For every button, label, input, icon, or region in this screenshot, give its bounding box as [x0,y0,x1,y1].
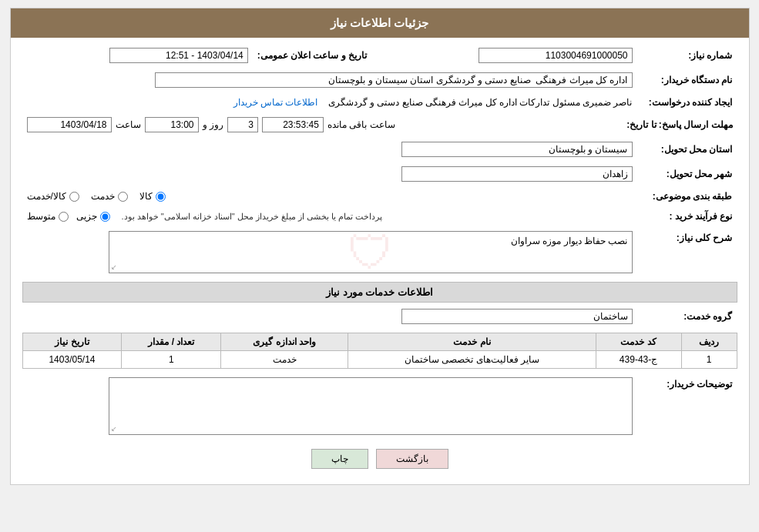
purchase-jozi-label: جزیی [76,211,97,222]
creator-value: ناصر ضمیری مسئول تدارکات اداره کل میراث … [328,97,633,108]
contact-link[interactable]: اطلاعات تماس خریدار [233,97,318,108]
back-button[interactable]: بازگشت [376,449,448,469]
description-label: شرح کلی نیاز: [637,229,737,276]
purchase-type-label: نوع فرآیند خرید : [637,209,737,224]
province-row: استان محل تحویل: [22,139,737,159]
category-label: طبقه بندی موضوعی: [637,189,737,204]
radio-kala[interactable] [156,192,166,202]
deadline-cell: ساعت روز و ساعت باقی مانده [22,115,623,135]
purchase-type-row: نوع فرآیند خرید : متوسط جزیی [22,209,737,224]
province-input[interactable] [401,142,633,157]
services-table: ردیف کد خدمت نام خدمت واحد اندازه گیری ت… [22,333,737,369]
need-number-cell [382,45,636,65]
buyer-desc-cell: ↙ [22,375,637,437]
col-service-code: کد خدمت [596,333,681,351]
days-input[interactable] [227,117,258,132]
buyer-desc-box: ↙ [109,377,633,435]
deadline-time-input[interactable] [145,117,199,132]
creator-cell: ناصر ضمیری مسئول تدارکات اداره کل میراث … [22,95,637,110]
category-kala-khidmat-label: کالا/خدمت [27,191,66,202]
description-row: شرح کلی نیاز: 🛡 نصب حفاظ دیوار موزه سراو… [22,229,737,276]
province-label: استان محل تحویل: [637,139,737,159]
purchase-mutavasit: متوسط [27,211,69,222]
category-kala: کالا [139,191,166,202]
resize-handle-icon: ↙ [111,425,117,433]
buyer-org-label: نام دستگاه خریدار: [637,70,737,90]
page-title: جزئیات اطلاعات نیاز [331,16,428,29]
buyer-desc-label: توضیحات خریدار: [637,375,737,437]
purchase-mutavasit-label: متوسط [27,211,55,222]
cell-qty: 1 [122,351,221,369]
description-box: 🛡 نصب حفاظ دیوار موزه سراوان ↙ [109,231,633,273]
radio-jozi[interactable] [100,212,110,222]
category-kala-label: کالا [139,191,153,202]
date-input[interactable] [109,48,248,63]
radio-kala-khidmat[interactable] [69,192,79,202]
category-khidmat: خدمت [91,191,128,202]
radio-khidmat[interactable] [118,192,128,202]
need-number-input[interactable] [479,48,633,63]
buyer-org-row: نام دستگاه خریدار: [22,70,737,90]
buyer-desc-row: توضیحات خریدار: ↙ [22,375,737,437]
col-row-num: ردیف [681,333,737,351]
deadline-label: مهلت ارسال پاسخ: تا تاریخ: [622,115,737,135]
col-qty: تعداد / مقدار [122,333,221,351]
buyer-org-input[interactable] [155,72,633,88]
deadline-row: مهلت ارسال پاسخ: تا تاریخ: ساعت روز و سا… [22,115,737,135]
remaining-time-input[interactable] [262,117,324,132]
category-cell: کالا/خدمت خدمت کالا [22,189,637,204]
days-label: روز و [203,119,223,130]
cell-row-num: 1 [681,351,737,369]
description-cell: 🛡 نصب حفاظ دیوار موزه سراوان ↙ [22,229,637,276]
date-cell [22,45,253,65]
creator-row: ایجاد کننده درخواست: ناصر ضمیری مسئول تد… [22,95,737,110]
date-label: تاریخ و ساعت اعلان عمومی: [253,45,382,65]
service-group-input[interactable] [401,309,633,324]
cell-service-code: ج-43-439 [596,351,681,369]
col-service-name: نام خدمت [348,333,596,351]
table-row: 1 ج-43-439 سایر فعالیت‌های تخصصی ساختمان… [22,351,737,369]
print-button[interactable]: چاپ [311,449,368,469]
deadline-date-input[interactable] [27,117,112,132]
city-row: شهر محل تحویل: [22,164,737,184]
col-date: تاریخ نیاز [22,333,122,351]
service-group-cell [22,306,637,326]
services-section-header: اطلاعات خدمات مورد نیاز [22,282,737,303]
category-row: طبقه بندی موضوعی: کالا/خدمت خدمت کالا [22,189,737,204]
city-label: شهر محل تحویل: [637,164,737,184]
cell-date: 1403/05/14 [22,351,122,369]
cell-unit: خدمت [221,351,348,369]
content-area: شماره نیاز: تاریخ و ساعت اعلان عمومی: نا… [11,38,749,484]
service-group-row: گروه خدمت: [22,306,737,326]
creator-label: ایجاد کننده درخواست: [637,95,737,110]
page-container: جزئیات اطلاعات نیاز شماره نیاز: تاریخ و … [10,8,750,485]
deadline-time-label: ساعت [116,119,141,130]
button-row: بازگشت چاپ [22,449,737,469]
radio-mutavasit[interactable] [59,212,69,222]
remaining-label: ساعت باقی مانده [327,119,395,130]
buyer-org-cell [22,70,637,90]
page-header: جزئیات اطلاعات نیاز [11,8,749,38]
cell-service-name: سایر فعالیت‌های تخصصی ساختمان [348,351,596,369]
category-kala-khidmat: کالا/خدمت [27,191,79,202]
city-cell [22,164,637,184]
service-group-label: گروه خدمت: [637,306,737,326]
purchase-note: پرداخت تمام یا بخشی از مبلغ خریداز محل "… [122,212,383,222]
category-khidmat-label: خدمت [91,191,115,202]
need-number-label: شماره نیاز: [637,45,737,65]
description-text: نصب حفاظ دیوار موزه سراوان [511,236,627,246]
col-unit: واحد اندازه گیری [221,333,348,351]
purchase-type-cell: متوسط جزیی پرداخت تمام یا بخشی از مبلغ خ… [22,209,637,224]
city-input[interactable] [401,166,633,182]
province-cell [22,139,637,159]
purchase-jozi: جزیی [76,211,110,222]
need-number-row: شماره نیاز: تاریخ و ساعت اعلان عمومی: [22,45,737,65]
